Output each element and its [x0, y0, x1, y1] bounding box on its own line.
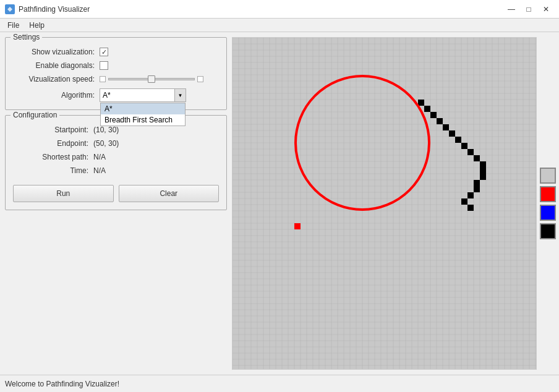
grid-canvas[interactable]	[233, 38, 536, 369]
viz-speed-label: Vizualization speed:	[13, 75, 100, 83]
run-button[interactable]: Run	[13, 185, 114, 202]
startpoint-label: Startpoint:	[13, 126, 93, 134]
shortest-path-row: Shortest path: N/A	[13, 153, 219, 161]
status-message: Welcome to Pathfinding Vizualizer!	[5, 380, 119, 388]
shortest-path-value: N/A	[93, 153, 106, 161]
grid-and-palette	[232, 32, 559, 375]
viz-speed-slider[interactable]	[100, 76, 203, 82]
button-row: Run Clear	[13, 185, 219, 202]
clear-button[interactable]: Clear	[119, 185, 220, 202]
settings-title: Settings	[11, 33, 42, 41]
title-bar: Pathfinding Visualizer — □ ✕	[0, 0, 559, 19]
menu-bar: File Help	[0, 19, 559, 32]
status-bar: Welcome to Pathfinding Vizualizer!	[0, 375, 559, 392]
startpoint-row: Startpoint: (10, 30)	[13, 126, 219, 134]
show-viz-control	[100, 48, 219, 56]
close-button[interactable]: ✕	[538, 3, 554, 15]
slider-right-border	[197, 76, 203, 82]
time-value: N/A	[93, 166, 106, 175]
dropdown-option-astar[interactable]: A*	[101, 103, 185, 114]
color-palette	[537, 32, 559, 375]
dropdown-menu: A* Breadth First Search	[100, 103, 186, 126]
enable-diag-label: Enable diagonals:	[13, 61, 100, 70]
palette-swatch-black[interactable]	[540, 223, 556, 239]
left-panel: Settings Show vizualization: Enable diag…	[0, 32, 232, 375]
palette-swatch-gray[interactable]	[540, 168, 556, 184]
enable-diag-control	[100, 61, 219, 70]
shortest-path-label: Shortest path:	[13, 153, 93, 161]
viz-speed-row: Vizualization speed:	[13, 75, 219, 83]
slider-track[interactable]	[108, 78, 195, 80]
window-title: Pathfinding Visualizer	[19, 5, 90, 14]
viz-speed-control	[100, 76, 219, 82]
palette-swatch-blue[interactable]	[540, 205, 556, 221]
endpoint-label: Endpoint:	[13, 139, 93, 148]
slider-left-border	[100, 76, 106, 82]
endpoint-value: (50, 30)	[93, 139, 119, 148]
app-icon	[5, 4, 15, 14]
show-viz-checkbox[interactable]	[100, 48, 108, 56]
slider-thumb[interactable]	[148, 75, 155, 83]
maximize-button[interactable]: □	[521, 3, 537, 15]
configuration-group: Configuration Startpoint: (10, 30) Endpo…	[5, 115, 227, 210]
show-viz-row: Show vizualization:	[13, 48, 219, 56]
algorithm-dropdown[interactable]: A* ▼ A* Breadth First Search	[100, 88, 186, 102]
algorithm-value: A*	[100, 91, 174, 100]
algorithm-row: Algorithm: A* ▼ A* Breadth First Search	[13, 88, 219, 102]
time-label: Time:	[13, 166, 93, 175]
settings-group: Settings Show vizualization: Enable diag…	[5, 37, 227, 110]
enable-diag-row: Enable diagonals:	[13, 61, 219, 70]
menu-help[interactable]: Help	[24, 20, 49, 31]
minimize-button[interactable]: —	[503, 3, 519, 15]
grid-wrapper[interactable]	[232, 37, 537, 370]
palette-swatch-red[interactable]	[540, 186, 556, 202]
endpoint-row: Endpoint: (50, 30)	[13, 139, 219, 148]
right-panel	[232, 32, 559, 375]
title-bar-controls: — □ ✕	[503, 3, 554, 15]
enable-diag-checkbox[interactable]	[100, 61, 108, 70]
dropdown-arrow-icon[interactable]: ▼	[174, 89, 186, 101]
main-content: Settings Show vizualization: Enable diag…	[0, 32, 559, 375]
algorithm-label: Algorithm:	[13, 91, 100, 100]
show-viz-label: Show vizualization:	[13, 48, 100, 56]
startpoint-value: (10, 30)	[93, 126, 119, 134]
menu-file[interactable]: File	[2, 20, 24, 31]
configuration-title: Configuration	[11, 111, 59, 119]
algorithm-control: A* ▼ A* Breadth First Search	[100, 88, 219, 102]
title-bar-left: Pathfinding Visualizer	[5, 4, 90, 14]
time-row: Time: N/A	[13, 166, 219, 175]
dropdown-option-bfs[interactable]: Breadth First Search	[101, 114, 185, 126]
